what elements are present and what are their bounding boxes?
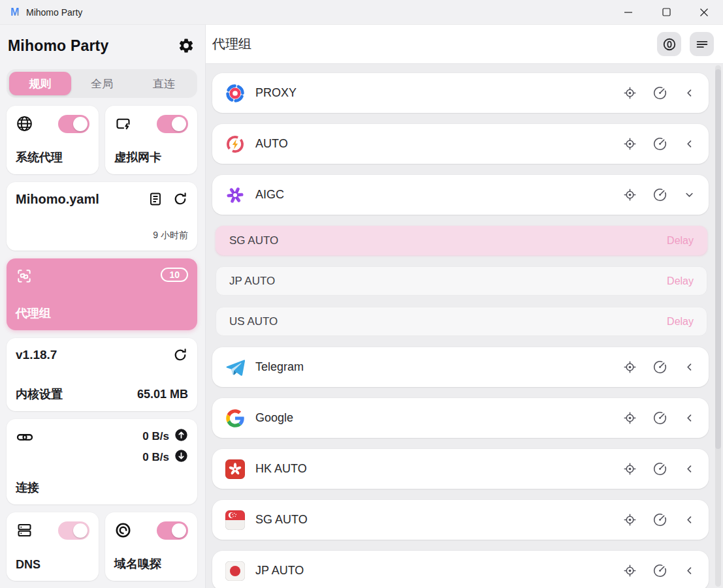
- delay-test-button[interactable]: Delay: [667, 275, 694, 287]
- profile-card[interactable]: Mihomo.yaml 9 小: [7, 182, 197, 251]
- flag-jp-icon: [225, 561, 245, 581]
- dns-card[interactable]: DNS: [7, 512, 99, 581]
- tun-label: 虚拟网卡: [114, 149, 188, 165]
- flag-sg-icon: [225, 510, 245, 530]
- expand-chevron-icon[interactable]: [683, 463, 696, 475]
- speed-test-icon[interactable]: [653, 564, 667, 578]
- telegram-icon: [225, 358, 245, 377]
- locate-current-node-icon[interactable]: [623, 411, 637, 425]
- tun-card[interactable]: 虚拟网卡: [105, 106, 197, 174]
- system-proxy-label: 系统代理: [16, 149, 89, 165]
- proxy-node-name: US AUTO: [229, 315, 278, 328]
- sniff-icon: [114, 521, 132, 542]
- proxy-group-row[interactable]: JP AUTO: [212, 551, 709, 588]
- proxy-group-name: PROXY: [255, 86, 297, 100]
- tun-toggle[interactable]: [157, 115, 188, 133]
- app-logo-icon: M: [9, 7, 21, 18]
- proxy-group-list: PROXY AUTO AIGC SG AUTODelayJP AUTODelay…: [206, 64, 723, 588]
- profile-updated-time: 9 小时前: [16, 230, 188, 241]
- dns-toggle[interactable]: [58, 521, 89, 540]
- expand-chevron-icon[interactable]: [683, 412, 696, 424]
- speed-test-icon[interactable]: [653, 513, 667, 527]
- row-actions: [623, 360, 696, 374]
- core-version: v1.18.7: [16, 348, 57, 362]
- window-controls: [609, 0, 723, 25]
- download-arrow-icon: [174, 449, 188, 465]
- page-title: 代理组: [212, 35, 251, 53]
- expand-chevron-icon[interactable]: [683, 565, 696, 577]
- row-actions: [623, 188, 696, 202]
- speed-test-icon[interactable]: [653, 360, 667, 374]
- scrollbar-thumb[interactable]: [715, 69, 721, 449]
- virtual-nic-icon: [114, 115, 132, 135]
- proxy-group-row[interactable]: SG AUTO: [212, 500, 709, 540]
- sniff-label: 域名嗅探: [114, 556, 188, 572]
- speed-test-icon[interactable]: [653, 137, 667, 151]
- sidebar-item-proxy-groups[interactable]: 10 代理组: [7, 258, 197, 330]
- speed-test-icon[interactable]: [653, 411, 667, 425]
- speed-test-icon[interactable]: [653, 86, 667, 100]
- locate-current-node-icon[interactable]: [623, 513, 637, 527]
- app-title: Mihomo Party: [8, 37, 108, 55]
- sniff-card[interactable]: 域名嗅探: [105, 512, 197, 581]
- proxy-group-name: HK AUTO: [255, 462, 307, 476]
- speed-test-icon[interactable]: [653, 188, 667, 202]
- core-settings-card[interactable]: v1.18.7 内核设置 65.01 MB: [7, 338, 197, 411]
- row-actions: [623, 411, 696, 425]
- proxy-group-row[interactable]: Telegram: [212, 347, 709, 387]
- proxy-group-name: JP AUTO: [255, 564, 304, 578]
- row-actions: [623, 564, 696, 578]
- delay-test-button[interactable]: Delay: [667, 316, 694, 328]
- proxy-group-scan-icon: [16, 268, 33, 287]
- expand-chevron-icon[interactable]: [683, 138, 696, 150]
- locate-current-node-icon[interactable]: [623, 462, 637, 476]
- core-memory-usage: 65.01 MB: [137, 388, 188, 401]
- proxy-node-row[interactable]: JP AUTODelay: [216, 266, 707, 296]
- proxy-group-row[interactable]: AUTO: [212, 124, 709, 164]
- row-actions: [623, 137, 696, 151]
- row-actions: [623, 86, 696, 100]
- system-proxy-card[interactable]: 系统代理: [7, 106, 99, 174]
- expand-chevron-icon[interactable]: [683, 361, 696, 373]
- list-layout-button[interactable]: [690, 32, 714, 56]
- tab-global[interactable]: 全局: [71, 72, 133, 95]
- proxy-group-row[interactable]: Google: [212, 398, 709, 438]
- connections-card[interactable]: 0 B/s 0 B/s 连接: [7, 419, 197, 504]
- delay-test-button[interactable]: Delay: [667, 235, 694, 247]
- settings-gear-icon[interactable]: [178, 37, 195, 54]
- connections-label: 连接: [16, 480, 188, 495]
- tab-rule[interactable]: 规则: [9, 72, 71, 95]
- aigc-icon: [225, 185, 245, 205]
- proxy-group-row[interactable]: HK AUTO: [212, 449, 709, 489]
- collapse-chevron-icon[interactable]: [683, 189, 696, 201]
- proxy-node-row[interactable]: US AUTODelay: [216, 307, 707, 336]
- upload-arrow-icon: [174, 428, 188, 444]
- maximize-button[interactable]: [647, 0, 685, 25]
- profile-document-icon[interactable]: [148, 191, 163, 207]
- delay-test-all-button[interactable]: [657, 32, 681, 56]
- locate-current-node-icon[interactable]: [623, 86, 637, 100]
- expand-chevron-icon[interactable]: [683, 514, 696, 526]
- proxy-node-row-selected[interactable]: SG AUTODelay: [216, 226, 707, 255]
- core-restart-icon[interactable]: [172, 347, 188, 363]
- locate-current-node-icon[interactable]: [623, 564, 637, 578]
- system-proxy-toggle[interactable]: [58, 115, 89, 133]
- core-settings-label: 内核设置: [16, 386, 63, 402]
- close-button[interactable]: [685, 0, 723, 25]
- speed-test-icon[interactable]: [653, 462, 667, 476]
- locate-current-node-icon[interactable]: [623, 360, 637, 374]
- proxy-group-row[interactable]: PROXY: [212, 73, 709, 113]
- row-actions: [623, 513, 696, 527]
- profile-refresh-icon[interactable]: [172, 191, 188, 207]
- main-header: 代理组: [206, 25, 723, 64]
- dns-label: DNS: [16, 558, 89, 572]
- proxy-group-row[interactable]: AIGC: [212, 175, 709, 215]
- locate-current-node-icon[interactable]: [623, 188, 637, 202]
- minimize-button[interactable]: [609, 0, 647, 25]
- mihomo-party-window: M Mihomo Party Mihomo Party: [0, 0, 723, 588]
- expand-chevron-icon[interactable]: [683, 87, 696, 99]
- sniff-toggle[interactable]: [157, 521, 188, 540]
- tab-direct[interactable]: 直连: [133, 72, 195, 95]
- proxy-icon: [225, 84, 245, 103]
- locate-current-node-icon[interactable]: [623, 137, 637, 151]
